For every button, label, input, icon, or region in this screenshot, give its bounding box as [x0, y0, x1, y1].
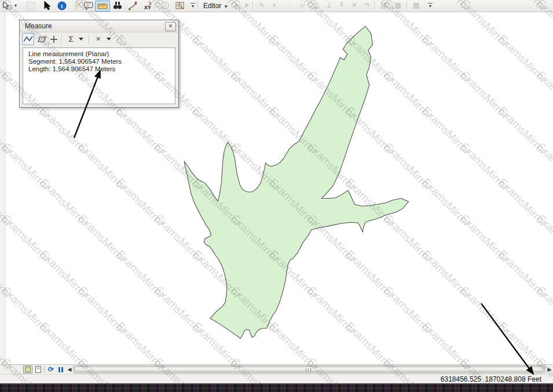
measure-toolbar-separator	[61, 34, 63, 44]
toolbar-separator	[197, 1, 199, 10]
measure-segment-line: Segment: 1,564.906547 Meters	[28, 58, 175, 65]
editor-menu[interactable]: Editor▼	[202, 1, 230, 11]
sketch-pencil-icon: ✎	[257, 1, 267, 10]
select-elements-icon[interactable]	[1, 1, 13, 10]
taskbar-strip	[0, 383, 553, 392]
perpendicular-icon: ⊥	[324, 1, 334, 10]
viewer-window-icon[interactable]	[175, 1, 186, 10]
identify-icon[interactable]: i	[57, 1, 67, 10]
trace-points-icon: ∴	[283, 1, 294, 10]
measure-mode-line: Line measurement (Planar)	[28, 50, 175, 58]
measure-length-line: Length: 1,564.906547 Meters	[28, 65, 175, 73]
scrollbar-row: ⟳ ◀ ▶	[0, 364, 553, 374]
tee-construct-icon: ╨	[336, 1, 347, 10]
go-to-xy-icon[interactable]: XY	[142, 1, 155, 10]
layout-view-button[interactable]	[34, 365, 43, 373]
svg-text:XY: XY	[144, 5, 151, 10]
measure-dialog-toolbar: Σ ✕	[20, 32, 178, 46]
html-popup-icon[interactable]	[83, 1, 94, 10]
clear-dropdown-icon[interactable]	[105, 33, 113, 45]
sketch-properties-icon: ▦	[393, 1, 403, 10]
measure-readout: Line measurement (Planar) Segment: 1,564…	[23, 47, 175, 104]
editor-overflow-icon[interactable]: ▾	[427, 1, 434, 10]
select-elements-dropdown-icon[interactable]: ▾	[13, 1, 19, 10]
horizontal-scrollbar[interactable]	[73, 365, 545, 373]
arc-segment-icon: ⌖	[269, 1, 280, 10]
clear-results-button[interactable]: ✕	[92, 33, 104, 45]
measure-dialog: Measure ✕ Σ ✕ Line measurement (Planar) …	[19, 20, 179, 108]
scrollrow-separator	[44, 366, 45, 373]
data-view-button[interactable]	[23, 365, 32, 373]
attributes-table-icon: ▤	[379, 1, 389, 10]
units-dropdown-icon[interactable]	[77, 33, 85, 45]
cut-icon: ✕	[349, 1, 360, 10]
measure-line-button[interactable]	[22, 33, 34, 45]
measure-feature-button[interactable]	[47, 33, 60, 45]
edit-annotation-icon: ➤	[241, 1, 252, 10]
measure-dialog-titlebar[interactable]: Measure ✕	[20, 20, 178, 32]
shape-construct-icon: ▱	[297, 1, 307, 10]
time-slider-icon	[160, 1, 170, 10]
hyperlink-icon	[72, 1, 82, 10]
pause-drawing-icon[interactable]	[56, 365, 65, 373]
top-toolbar: ▾ i	[0, 0, 553, 12]
toolbar-overflow-icon[interactable]: ▾	[189, 1, 196, 10]
editor-separator-2	[375, 1, 376, 10]
svg-text:i: i	[61, 3, 63, 9]
show-total-button[interactable]: Σ	[65, 33, 77, 45]
find-icon[interactable]	[112, 1, 123, 10]
measure-toolbar-separator-2	[89, 34, 90, 44]
refresh-icon[interactable]: ⟳	[46, 365, 56, 373]
editor-dropdown-icon: ▼	[224, 4, 228, 9]
right-angle-icon: ◻	[311, 1, 321, 10]
disabled-tool-icon	[25, 1, 36, 10]
scrollbar-thumb[interactable]	[74, 367, 544, 372]
measure-tool-icon[interactable]	[95, 1, 110, 12]
close-icon[interactable]: ✕	[165, 22, 176, 31]
create-features-icon: ▩	[411, 1, 422, 10]
scroll-right-icon[interactable]: ▶	[545, 365, 553, 373]
scrollbar-grip	[306, 368, 313, 372]
measure-dialog-title: Measure	[25, 22, 52, 30]
editor-separator-3	[406, 1, 408, 10]
editor-separator	[252, 1, 254, 10]
find-route-icon[interactable]	[127, 1, 138, 10]
rotate-icon: ↷	[362, 1, 372, 10]
status-bar: 6318456.525 1870248.808 Feet	[0, 374, 553, 383]
select-features-icon[interactable]	[42, 1, 52, 10]
measure-area-button[interactable]	[35, 33, 47, 45]
coordinate-readout: 6318456.525 1870248.808 Feet	[441, 375, 541, 383]
lake-polygon[interactable]	[184, 26, 408, 338]
edit-tool-icon: ➤	[232, 1, 242, 10]
